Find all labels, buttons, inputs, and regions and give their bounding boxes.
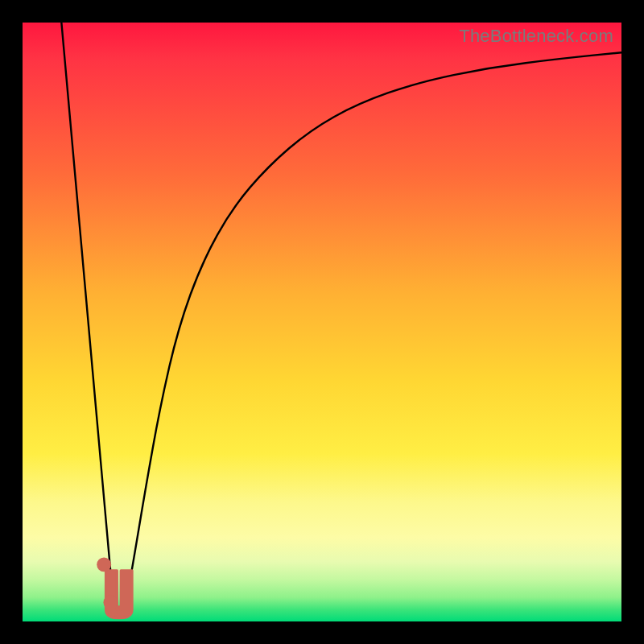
- marker-bottom-dot: [103, 595, 118, 609]
- chart-svg: [23, 23, 621, 621]
- chart-frame: TheBottleneck.com: [0, 0, 644, 644]
- curve-left-branch: [61, 23, 114, 613]
- plot-area: TheBottleneck.com: [23, 23, 621, 621]
- marker-left-dot: [97, 557, 111, 572]
- curve-right-branch: [124, 52, 621, 613]
- valley-marker: [105, 571, 132, 618]
